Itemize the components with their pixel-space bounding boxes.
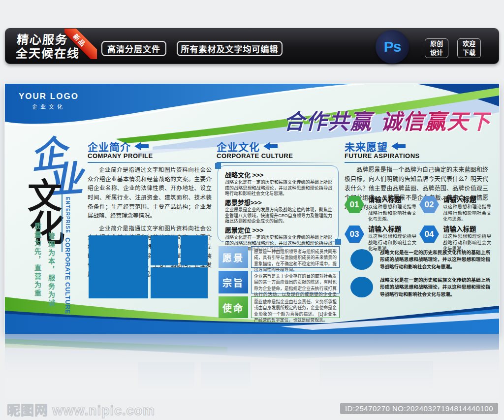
value-label-vision: 愿景: [219, 246, 248, 268]
circle-item-2: 战略文化是在一定的历史和民族文化传统的基础上所形成的战略思想和战略理论，并以这种…: [350, 277, 490, 298]
hexagon-badge-03: 03: [345, 226, 364, 243]
logo-block: YOUR LOGO 企业文化: [19, 92, 79, 110]
numbered-title-02: 请输入标题: [443, 196, 491, 204]
original-design-tag[interactable]: 原创 设计: [425, 38, 448, 58]
value-label-mission: 使命: [219, 296, 248, 318]
circle-shape-2: [350, 277, 373, 297]
vertical-motto-quality: 质量为先，直营为重: [32, 223, 42, 298]
circle-body-1: 战略文化是在一定的历史和民族文化传统的基础上所形成的战略思想和战略理论，并以这种…: [380, 249, 490, 270]
culture-item-body-1: 战略文化是在一定的历史和民族文化传统的基础上所形成的战略思想和战略理论，并以这种…: [225, 180, 332, 197]
welcome-download-tag[interactable]: 欢迎 下载: [457, 38, 481, 58]
section-title-future-text: 未来愿望: [345, 139, 388, 154]
calligraphy-slogan: 合作共赢 诚信赢天下: [260, 104, 491, 135]
circle-shape-1: [350, 249, 373, 270]
numbered-title-03: 请输入标题: [368, 226, 416, 233]
value-row-mission: 使命 企业使命是指企业由社会责任、义务所承担或由自身发展所规定的任务，企业使命是…: [219, 296, 340, 318]
vertical-english-title: ENTERPRISE CORPORATE CULTURE: [63, 197, 72, 320]
photo-placeholder-small-1: [151, 235, 178, 265]
section-title-profile: 企业简介: [88, 139, 149, 154]
value-row-vision: 愿景 愿景是一种由组织领导者与组织成员共同形成，具有引导与激励组织成员的未来情景…: [219, 246, 340, 268]
welcome-download-line1: 欢迎: [463, 39, 475, 48]
photo-placeholder-wide: [151, 267, 208, 298]
photo-placeholder-large: [89, 235, 148, 298]
photoshop-icon: Ps: [376, 30, 409, 64]
editable-material-button[interactable]: 所有素材及文字均可编辑: [177, 41, 283, 56]
numbered-item-03: 03 请输入标题 以这种思想和理论指导战略行动和影响社会文化与思潮。: [345, 226, 416, 252]
culture-item-heading-2: 愿景梦想>>>: [225, 199, 332, 206]
culture-item-heading-1: 战略文化 >>>: [225, 171, 332, 179]
section-subtitle-culture: CORPORATE CULTURE: [217, 152, 293, 160]
section-underline: [345, 162, 488, 163]
value-body-mission: 企业使命是指企业由社会责任、义务所承担或由自身发展所规定的任务，企业使命是企业形…: [251, 296, 340, 318]
circle-item-1: 战略文化是在一定的历史和民族文化传统的基础上所形成的战略思想和战略理论，并以这种…: [350, 249, 490, 270]
welcome-download-line2: 下载: [463, 48, 475, 57]
numbered-title-01: 请输入标题: [368, 196, 416, 204]
hexagon-badge-02: 02: [419, 196, 439, 213]
photo-placeholder-small-2: [181, 235, 208, 265]
value-body-purpose: 企业宗旨是关于企业存在的目的或对社会发展的某一方面应做出的贡献的陈述，有时也称为…: [251, 271, 340, 293]
section-subtitle-profile: COMPANY PROFILE: [88, 152, 153, 160]
culture-wall-poster: YOUR LOGO 企业文化 合作共赢 诚信赢天下 企 业 文 化 ENTERP…: [5, 84, 499, 334]
profile-paragraph-1: 企业简介是指通过文字和图片资料向社会公众介绍企业基本情况和经营战略的文案。主要介…: [88, 165, 212, 221]
value-label-purpose: 宗旨: [219, 271, 248, 293]
value-row-purpose: 宗旨 企业宗旨是关于企业存在的目的或对社会发展的某一方面应做出的贡献的陈述，有时…: [219, 271, 340, 293]
section-title-future: 未来愿望: [345, 139, 406, 154]
poster-reflection: [5, 334, 499, 399]
new-badge-label: 新品: [64, 29, 97, 59]
vertical-english-large: CORPORATE CULTURE: [64, 237, 71, 314]
section-title-culture: 企业文化: [217, 139, 278, 154]
culture-item-heading-3: 愿景定位 >>>: [225, 226, 332, 234]
value-body-vision: 愿景是一种由组织领导者与组织成员共同形成，具有引导与激励组织成员的未来情景的意象…: [251, 246, 340, 268]
new-badge: 新品: [64, 29, 97, 59]
vertical-motto-management: 管理为本，服务为诚: [46, 232, 56, 308]
section-underline: [217, 162, 340, 163]
hexagon-badge-01: 01: [345, 196, 364, 213]
original-design-line2: 设计: [430, 48, 443, 57]
promo-banner: 精心服务 全天候在线 新品 高清分层文件 所有素材及文字均可编辑 Ps 原创 设…: [5, 28, 499, 64]
section-title-profile-text: 企业简介: [88, 139, 131, 154]
reflection-fade: [5, 334, 499, 399]
culture-item-body-2: 企业愿景是企业的发展方向及战略定位的体现，聚焦企业管理八大领域，快速提升CEO自…: [225, 207, 332, 225]
numbered-title-04: 请输入标题: [443, 226, 491, 233]
circle-body-2: 战略文化是在一定的历史和民族文化传统的基础上所形成的战略思想和战略理论，并以这种…: [380, 277, 490, 298]
page: 精心服务 全天候在线 新品 高清分层文件 所有素材及文字均可编辑 Ps 原创 设…: [0, 0, 504, 420]
numbered-item-01: 01 请输入标题 以这种思想和理论指导战略行动和影响社会文化与思潮。: [345, 196, 416, 223]
numbered-item-02: 02 请输入标题 以这种思想和理论指导战略行动和影响社会文化与思潮。: [419, 196, 491, 223]
numbered-body-01: 以这种思想和理论指导战略行动和影响社会文化与思潮。: [368, 204, 416, 223]
watermark-site: 昵图网 www.nipic.com: [7, 400, 155, 419]
logo-subtitle: 企业文化: [19, 102, 79, 110]
original-design-line1: 原创: [430, 39, 443, 48]
logo-title: YOUR LOGO: [19, 92, 79, 101]
left-arrow-icon: [263, 142, 278, 150]
section-underline: [88, 162, 211, 163]
vertical-english-small: ENTERPRISE: [65, 197, 70, 233]
hexagon-badge-04: 04: [419, 226, 439, 243]
left-arrow-icon: [391, 142, 406, 150]
hd-layered-file-button[interactable]: 高清分层文件: [101, 41, 166, 56]
vertical-divider: [62, 194, 63, 252]
numbered-item-04: 04 请输入标题 以这种思想和理论指导战略行动和影响社会文化与思潮。: [419, 226, 491, 252]
left-arrow-icon: [134, 142, 149, 150]
culture-items-box: 战略文化 >>> 战略文化是在一定的历史和民族文化传统的基础上所形成的战略思想和…: [218, 165, 339, 242]
watermark-id-badge: ID:25470270 NO:20240327194814440100: [340, 403, 498, 414]
numbered-body-02: 以这种思想和理论指导战略行动和影响社会文化与思潮。: [443, 204, 491, 223]
section-title-culture-text: 企业文化: [217, 139, 260, 154]
section-subtitle-future: FUTURE ASPIRATIONS: [345, 152, 420, 160]
